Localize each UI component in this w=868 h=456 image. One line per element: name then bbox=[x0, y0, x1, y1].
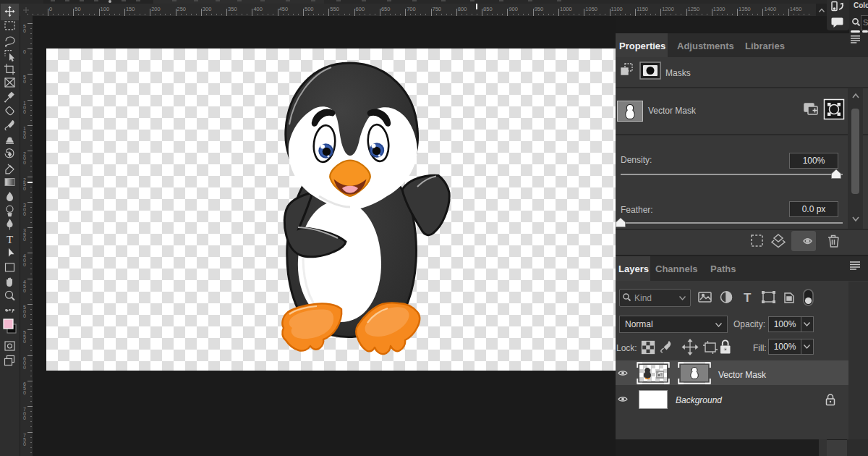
svg-text:T: T bbox=[744, 291, 752, 305]
